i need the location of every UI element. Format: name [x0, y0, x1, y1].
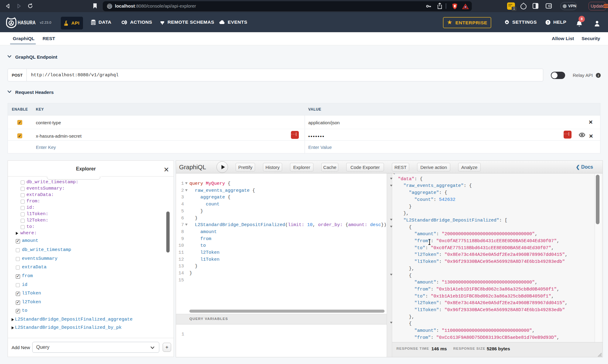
svg-text:?: ? — [547, 20, 549, 24]
